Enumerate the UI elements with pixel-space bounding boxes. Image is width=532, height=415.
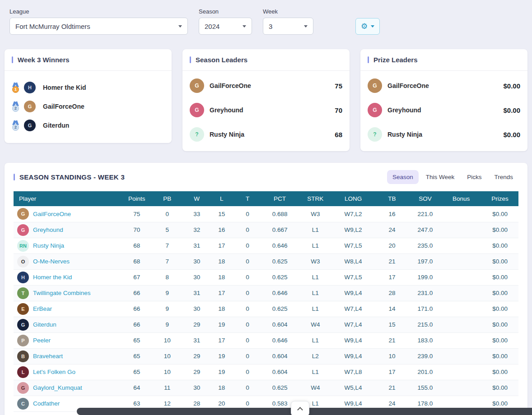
cell-pb: 8 xyxy=(150,269,184,285)
player-cell: OO-Me-Nerves xyxy=(14,254,123,269)
winner-item: 2GGiterdun xyxy=(12,116,164,135)
season-label: Season xyxy=(199,8,252,15)
column-header: SOV xyxy=(410,191,441,206)
cell-pb: 9 xyxy=(150,301,184,317)
tab-trends[interactable]: Trends xyxy=(489,170,518,184)
avatar: G xyxy=(368,78,382,93)
player-wrap: LLet's Folken Go xyxy=(15,366,121,378)
player-cell: GGaylord_Kumquat xyxy=(14,380,123,396)
leader-item: GGreyhound70 xyxy=(190,98,342,122)
cell-points: 65 xyxy=(123,348,150,364)
player-cell: GGailForceOne xyxy=(14,206,123,222)
player-link[interactable]: Gaylord_Kumquat xyxy=(33,384,82,391)
player-name: Greyhound xyxy=(387,106,421,114)
avatar: P xyxy=(17,335,29,346)
cell-tb: 21 xyxy=(374,380,410,396)
cell-strk: W4 xyxy=(299,317,332,332)
tab-this-week[interactable]: This Week xyxy=(420,170,460,184)
season-selected-value: 2024 xyxy=(205,23,219,30)
avatar: E xyxy=(17,303,29,315)
cell-t: 0 xyxy=(234,301,261,317)
cell-long: W7,L5 xyxy=(332,269,374,285)
season-select[interactable]: 2024 xyxy=(199,18,252,35)
standings-table-wrap: PlayerPointsPBWLTPCTSTRKLONGTBSOVBonusPr… xyxy=(5,191,527,415)
player-link[interactable]: Codfather xyxy=(33,400,60,407)
player-name: Greyhound xyxy=(210,106,243,114)
table-row: HHomer the Kid678301800.625L1W7,L517199.… xyxy=(14,269,518,285)
player-link[interactable]: Braveheart xyxy=(33,353,63,360)
cell-w: 30 xyxy=(184,301,209,317)
cell-bonus xyxy=(441,206,481,222)
player-link[interactable]: Homer the Kid xyxy=(33,274,72,281)
cell-strk: L1 xyxy=(299,285,332,301)
filters-bar: League Fort McMurray Oldtimers Season 20… xyxy=(0,0,532,35)
cell-strk: W3 xyxy=(299,206,332,222)
cell-long: W9,L2 xyxy=(332,222,374,238)
player-link[interactable]: ErBear xyxy=(33,305,52,312)
cell-long: W9,L4 xyxy=(332,332,374,348)
cell-tb: 17 xyxy=(374,269,410,285)
week-winners-card: Week 3 Winners 1HHomer the Kid2GGailForc… xyxy=(5,49,172,143)
prize-leaders-card: Prize Leaders GGailForceOne$0.00GGreyhou… xyxy=(360,49,527,151)
tab-season[interactable]: Season xyxy=(387,170,419,184)
player-cell: HHomer the Kid xyxy=(14,269,123,285)
cell-long: W5,L4 xyxy=(332,380,374,396)
avatar: G xyxy=(190,103,204,117)
chevron-down-icon xyxy=(304,25,308,28)
table-row: GGaylord_Kumquat6411301800.625W4W5,L4211… xyxy=(14,380,518,396)
avatar: T xyxy=(17,287,29,299)
player-link[interactable]: GailForceOne xyxy=(33,211,71,217)
cell-points: 66 xyxy=(123,301,150,317)
cell-pb: 0 xyxy=(150,206,184,222)
player-cell: BBraveheart xyxy=(14,348,123,364)
standings-tabs: SeasonThis WeekPicksTrends xyxy=(387,170,518,184)
week-select[interactable]: 3 xyxy=(263,18,313,35)
player-link[interactable]: Let's Folken Go xyxy=(33,369,75,375)
season-filter: Season 2024 xyxy=(199,8,252,35)
cell-w: 32 xyxy=(184,222,209,238)
table-row: BBraveheart6510291900.604L2W9,L410239.0$… xyxy=(14,348,518,364)
player-link[interactable]: Rusty Ninja xyxy=(33,242,64,249)
avatar: G xyxy=(17,319,29,331)
winner-item: 1HHomer the Kid xyxy=(12,78,164,97)
player-cell: EErBear xyxy=(14,301,123,317)
week-winners-card-header: Week 3 Winners xyxy=(5,49,172,71)
tab-picks[interactable]: Picks xyxy=(462,170,487,184)
settings-button[interactable]: ⚙ xyxy=(355,18,380,35)
season-leaders-list: GGailForceOne75GGreyhound70?Rusty Ninja6… xyxy=(182,71,350,151)
column-header: Prizes xyxy=(481,191,518,206)
cell-pct: 0.625 xyxy=(261,254,299,269)
player-link[interactable]: Giterdun xyxy=(33,321,56,328)
table-header-row: PlayerPointsPBWLTPCTSTRKLONGTBSOVBonusPr… xyxy=(14,191,518,206)
cell-tb: 21 xyxy=(374,254,410,269)
league-select[interactable]: Fort McMurray Oldtimers xyxy=(9,18,188,35)
player-link[interactable]: Peeler xyxy=(33,337,51,344)
scroll-to-top-button[interactable] xyxy=(291,401,309,415)
cell-points: 68 xyxy=(123,254,150,269)
cell-t: 0 xyxy=(234,348,261,364)
standings-header: SEASON STANDINGS - WEEK 3 SeasonThis Wee… xyxy=(5,163,527,191)
cell-pct: 0.604 xyxy=(261,348,299,364)
cell-strk: W3 xyxy=(299,254,332,269)
cell-l: 17 xyxy=(209,332,234,348)
season-leaders-title: Season Leaders xyxy=(190,56,342,64)
cell-w: 33 xyxy=(184,206,209,222)
week-filter: Week 3 xyxy=(263,8,313,35)
cell-long: W7,L4 xyxy=(332,301,374,317)
player-link[interactable]: Greyhound xyxy=(33,226,63,233)
cell-bonus xyxy=(441,222,481,238)
league-filter: League Fort McMurray Oldtimers xyxy=(9,8,188,35)
cell-long: W7,L5 xyxy=(332,238,374,254)
cell-long: W7,L4 xyxy=(332,317,374,332)
cell-prizes: $0.00 xyxy=(481,348,518,364)
cell-pb: 10 xyxy=(150,348,184,364)
player-link[interactable]: Twillingate Combines xyxy=(33,290,91,296)
cell-bonus xyxy=(441,269,481,285)
cell-w: 31 xyxy=(184,332,209,348)
column-header: PCT xyxy=(261,191,299,206)
table-row: GGreyhound705321600.667L1W9,L224247.0$0.… xyxy=(14,222,518,238)
player-link[interactable]: O-Me-Nerves xyxy=(33,258,70,265)
player-wrap: GGailForceOne xyxy=(15,208,121,220)
table-row: RNRusty Ninja687311700.646L1W7,L520235.0… xyxy=(14,238,518,254)
cell-long: W9,L4 xyxy=(332,348,374,364)
